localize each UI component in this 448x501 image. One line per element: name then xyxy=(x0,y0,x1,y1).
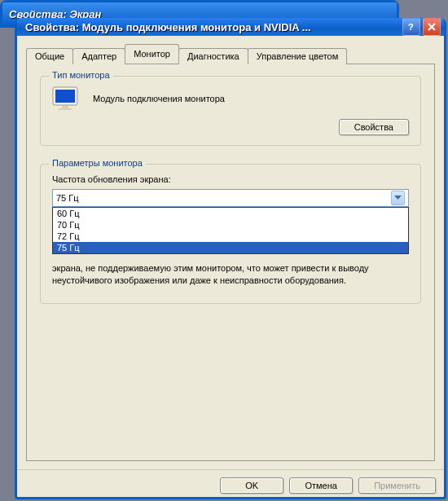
refresh-rate-option[interactable]: 72 Гц xyxy=(53,231,408,242)
cancel-button[interactable]: Отмена xyxy=(289,477,353,494)
refresh-rate-value: 75 Гц xyxy=(56,193,391,203)
refresh-rate-label: Частота обновления экрана: xyxy=(52,174,409,184)
close-icon xyxy=(426,21,437,33)
monitor-name: Модуль подключения монитора xyxy=(93,94,225,103)
tab-diagnostics[interactable]: Диагностика xyxy=(178,48,248,64)
monitor-type-legend: Тип монитора xyxy=(49,70,113,80)
help-button[interactable]: ? xyxy=(402,18,420,36)
svg-rect-3 xyxy=(62,106,68,108)
ok-button[interactable]: OK xyxy=(220,477,283,494)
monitor-properties-button[interactable]: Свойства xyxy=(339,119,409,135)
refresh-rate-option[interactable]: 75 Гц xyxy=(53,242,408,253)
tab-content: Тип монитора Модуль подключения монитора… xyxy=(26,64,435,461)
monitor-type-group: Тип монитора Модуль подключения монитора… xyxy=(40,76,421,146)
svg-rect-4 xyxy=(59,108,72,110)
tab-color-management[interactable]: Управление цветом xyxy=(248,48,348,64)
monitor-icon xyxy=(52,86,80,111)
dialog-window: Свойства: Модуль подключения монитора и … xyxy=(15,18,446,499)
titlebar[interactable]: Свойства: Модуль подключения монитора и … xyxy=(17,18,444,36)
refresh-rate-option[interactable]: 60 Гц xyxy=(53,208,408,219)
apply-button[interactable]: Применить xyxy=(358,477,436,494)
monitor-params-group: Параметры монитора Частота обновления эк… xyxy=(40,164,421,304)
refresh-rate-options-list: 60 Гц 70 Гц 72 Гц 75 Гц xyxy=(52,207,409,254)
close-button[interactable] xyxy=(423,18,441,36)
refresh-rate-dropdown[interactable]: 75 Гц 60 Гц 70 Гц 72 Гц 75 Гц xyxy=(52,189,409,207)
svg-text:?: ? xyxy=(408,22,414,32)
svg-rect-2 xyxy=(55,90,75,103)
tab-general[interactable]: Общие xyxy=(26,48,73,64)
tabs: Общие Адаптер Монитор Диагностика Управл… xyxy=(26,44,435,64)
hint-text: экрана, не поддерживаемую этим монитором… xyxy=(52,262,409,287)
chevron-down-icon xyxy=(394,196,402,200)
dropdown-arrow-button[interactable] xyxy=(391,191,405,205)
help-icon: ? xyxy=(406,21,417,33)
monitor-params-legend: Параметры монитора xyxy=(49,158,146,168)
window-title: Свойства: Модуль подключения монитора и … xyxy=(25,21,402,33)
tab-adapter[interactable]: Адаптер xyxy=(72,48,125,64)
tab-monitor[interactable]: Монитор xyxy=(125,44,179,64)
refresh-rate-option[interactable]: 70 Гц xyxy=(53,219,408,231)
dialog-button-bar: OK Отмена Применить xyxy=(17,469,444,501)
